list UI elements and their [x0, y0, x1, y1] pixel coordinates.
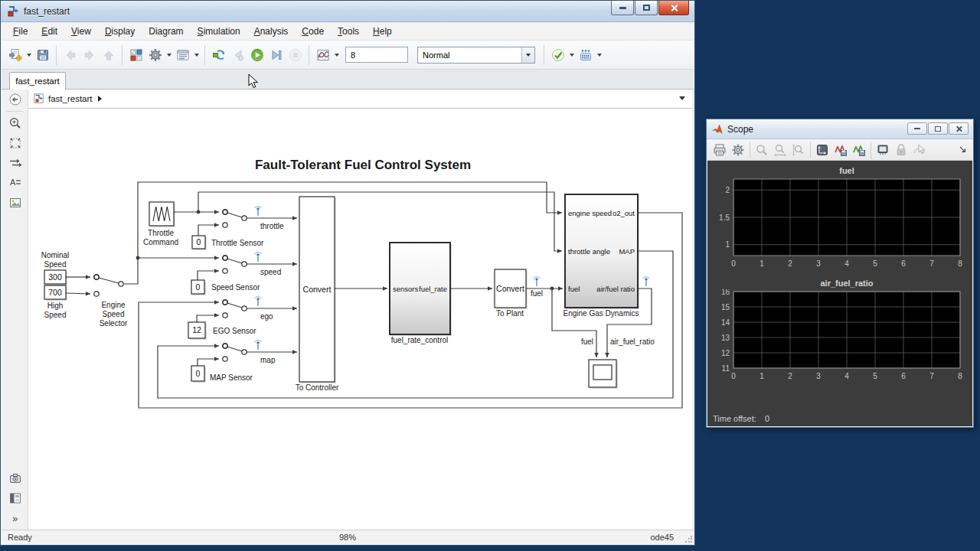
scope-minimize-button[interactable]: [907, 122, 927, 135]
titlebar[interactable]: fast_restart: [1, 1, 694, 22]
menu-tools[interactable]: Tools: [331, 24, 366, 39]
engine-speed-selector-switch-lever: [99, 278, 119, 283]
update-model-icon[interactable]: [209, 45, 228, 65]
model-browser-icon[interactable]: [2, 488, 28, 508]
diagram-label-24: air_fuel_ratio: [610, 337, 655, 346]
wire-o2out-feedback-arrow: [214, 300, 219, 305]
zoom-icon[interactable]: [753, 141, 771, 159]
annotation-icon[interactable]: A: [2, 173, 28, 193]
lock-axes-icon[interactable]: [892, 141, 910, 159]
zoom-y-icon[interactable]: [789, 141, 808, 159]
minimize-button[interactable]: [611, 1, 634, 15]
simulation-data-inspector-icon[interactable]: [313, 45, 332, 65]
stop-time-input[interactable]: [345, 47, 408, 63]
floating-scope-icon[interactable]: [874, 141, 892, 159]
breadcrumb-item[interactable]: fast_restart: [48, 94, 93, 103]
signal-selection-icon[interactable]: [910, 141, 929, 159]
tab-fast-restart[interactable]: fast_restart: [9, 72, 66, 90]
menu-file[interactable]: File: [6, 24, 34, 39]
zoom-x-icon[interactable]: [771, 141, 789, 159]
scope-titlebar[interactable]: Scope: [707, 119, 973, 139]
engine-speed-selector-switch-out[interactable]: [119, 282, 123, 286]
scope-close-button[interactable]: [949, 122, 969, 135]
svg-text:2: 2: [788, 372, 792, 380]
deploy-to-hardware-icon[interactable]: [576, 45, 595, 65]
save-model-icon[interactable]: [33, 45, 52, 65]
hide-library-browser-icon[interactable]: [2, 90, 28, 109]
dock-icon[interactable]: [954, 141, 972, 159]
model-advisor-dropdown-icon[interactable]: [567, 45, 576, 65]
const-speed-sensor-text: 0: [196, 282, 201, 292]
save-axes-settings-icon[interactable]: [831, 141, 850, 159]
model-canvas[interactable]: 30070000120Convertsensorsfuel_rateConver…: [28, 109, 692, 530]
menu-display[interactable]: Display: [98, 24, 142, 39]
scope-plot-area: fuel01234567811.52air_fuel_ratio01234567…: [707, 161, 972, 426]
throttle-sensor-switch-out[interactable]: [242, 216, 247, 220]
menu-code[interactable]: Code: [295, 24, 331, 39]
library-browser-icon[interactable]: [126, 45, 145, 65]
menu-help[interactable]: Help: [366, 24, 399, 39]
insert-image-icon[interactable]: [2, 193, 28, 213]
navigate-back-icon[interactable]: [60, 45, 80, 65]
stop-icon[interactable]: [286, 45, 305, 65]
menu-view[interactable]: View: [64, 24, 98, 39]
model-advisor-icon[interactable]: [548, 45, 567, 65]
select-dropdown-icon[interactable]: [521, 47, 534, 63]
screenshot-icon[interactable]: [2, 468, 28, 488]
breadcrumb[interactable]: fast_restart: [28, 90, 692, 109]
new-model-icon[interactable]: [5, 45, 24, 65]
resize-grip[interactable]: [684, 536, 692, 543]
svg-text:5: 5: [873, 259, 877, 268]
speed-sensor-switch-in1: [223, 269, 227, 273]
throttle-command-block[interactable]: [149, 202, 174, 226]
test-point-icon: [255, 207, 262, 216]
throttle-sensor-switch-in1: [223, 223, 227, 227]
signal-routing-icon[interactable]: [2, 153, 28, 173]
close-button[interactable]: [658, 1, 689, 15]
model-configuration-icon[interactable]: [145, 45, 165, 65]
navigate-forward-icon[interactable]: [80, 45, 99, 65]
scope-maximize-button[interactable]: [928, 122, 948, 135]
test-point-icon: [643, 277, 650, 286]
map-sensor-switch-out[interactable]: [242, 350, 247, 354]
run-icon[interactable]: [247, 45, 266, 65]
fit-to-view-icon[interactable]: [2, 133, 28, 153]
ego-sensor-switch-in1: [223, 313, 227, 318]
throttle-sensor-switch-lever: [227, 213, 242, 217]
simulation-data-inspector-dropdown-icon[interactable]: [332, 45, 341, 65]
scope-plot-air_fuel_ratio: air_fuel_ratio012345678111213141516: [707, 275, 972, 386]
model-configuration-dropdown-icon[interactable]: [165, 45, 173, 65]
more-tools-icon[interactable]: »: [2, 508, 28, 528]
diagram-label-15: speed: [260, 268, 281, 276]
new-model-dropdown-icon[interactable]: [24, 45, 33, 65]
scope-axes-fuel[interactable]: 01234567811.52: [707, 177, 971, 270]
maximize-button[interactable]: [635, 1, 658, 15]
speed-sensor-switch-out[interactable]: [242, 262, 247, 266]
wire-selector-to-engine-speed[interactable]: [124, 182, 562, 284]
deploy-to-hardware-dropdown-icon[interactable]: [595, 45, 603, 65]
restore-axes-settings-icon[interactable]: [850, 141, 868, 159]
wire-const-throttle[interactable]: [198, 225, 219, 236]
print-icon[interactable]: [710, 141, 729, 159]
breadcrumb-dropdown-icon[interactable]: [679, 96, 685, 100]
ego-sensor-switch-out[interactable]: [242, 306, 247, 311]
navigate-up-icon[interactable]: [99, 45, 118, 65]
svg-text:3: 3: [816, 259, 821, 268]
block-diagram[interactable]: 30070000120Convertsensorsfuel_rateConver…: [28, 109, 692, 530]
autoscale-icon[interactable]: [813, 141, 831, 159]
scope-parameters-icon[interactable]: [729, 141, 747, 159]
menu-simulation[interactable]: Simulation: [191, 24, 247, 39]
simulation-mode-select[interactable]: Normal: [417, 47, 535, 64]
menu-diagram[interactable]: Diagram: [142, 24, 190, 39]
zoom-in-icon[interactable]: [2, 113, 28, 133]
model-explorer-dropdown-icon[interactable]: [192, 45, 201, 65]
step-forward-icon[interactable]: [266, 45, 286, 65]
menu-analysis[interactable]: Analysis: [247, 24, 296, 39]
model-explorer-icon[interactable]: [173, 45, 192, 65]
svg-text:1: 1: [760, 372, 764, 380]
palette-bottom-group: »: [2, 468, 28, 528]
scope-axes-air_fuel_ratio[interactable]: 012345678111213141516: [707, 289, 971, 383]
diagram-title: Fault-Tolerant Fuel Control System: [255, 158, 471, 172]
step-back-icon[interactable]: [228, 45, 247, 65]
menu-edit[interactable]: Edit: [34, 24, 64, 39]
